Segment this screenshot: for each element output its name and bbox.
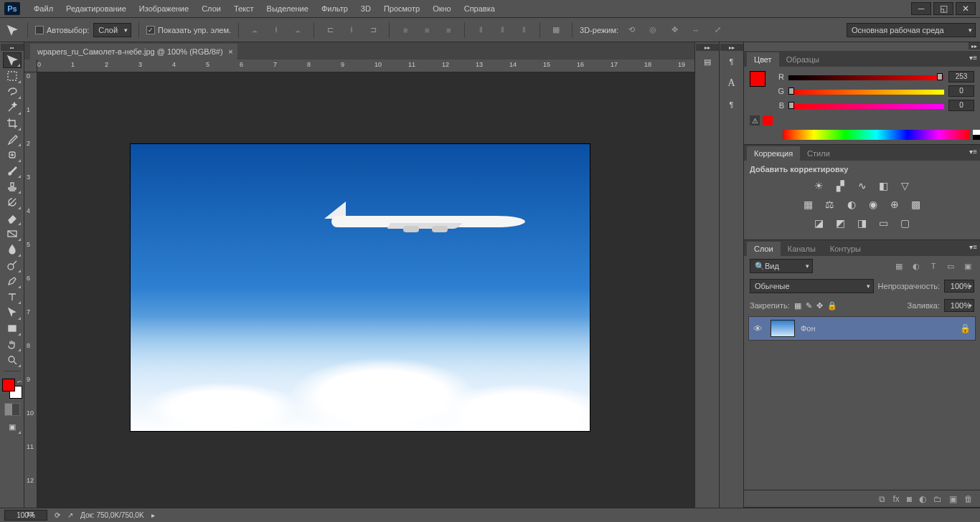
menu-edit[interactable]: Редактирование	[60, 0, 133, 18]
lock-pixels-icon[interactable]: ▦	[794, 301, 801, 310]
tool-stamp[interactable]	[3, 179, 22, 194]
tool-brush[interactable]	[3, 163, 22, 179]
b-slider[interactable]	[788, 102, 944, 109]
foreground-color-swatch[interactable]	[2, 379, 15, 392]
tool-text[interactable]	[3, 289, 22, 305]
layer-row[interactable]: 👁 Фон 🔒	[748, 316, 976, 341]
bw-icon[interactable]: ◐	[844, 198, 859, 211]
3d-slide-icon[interactable]: ↔	[687, 22, 705, 38]
g-slider[interactable]	[788, 87, 944, 95]
color-lookup-icon[interactable]: ▩	[909, 198, 923, 211]
gamut-swatch[interactable]	[763, 115, 773, 125]
align-hcenter-icon[interactable]: ⫲	[343, 22, 360, 38]
channel-mixer-icon[interactable]: ⊕	[887, 198, 902, 211]
3d-orbit-icon[interactable]: ⟲	[623, 22, 640, 38]
lock-icon[interactable]: 🔒	[960, 323, 971, 333]
filter-smart-icon[interactable]: ▣	[961, 260, 974, 272]
gamut-warning-icon[interactable]: ⚠	[750, 115, 760, 125]
tool-lasso[interactable]	[3, 84, 22, 100]
lock-all-icon[interactable]: 🔒	[827, 301, 837, 310]
gradient-map-icon[interactable]: ▭	[877, 217, 891, 229]
opacity-value[interactable]: 100%	[944, 280, 974, 293]
tool-wand[interactable]	[3, 100, 22, 115]
hue-sat-icon[interactable]: ▦	[801, 198, 816, 211]
tab-swatches[interactable]: Образцы	[779, 52, 826, 67]
window-restore-button[interactable]: ◱	[933, 2, 953, 15]
menu-window[interactable]: Окно	[426, 0, 458, 18]
panel-menu-icon[interactable]: ▾≡	[969, 243, 977, 251]
new-fill-icon[interactable]: ◐	[919, 494, 926, 504]
show-transform-checkbox[interactable]: ✓Показать упр. элем.	[146, 26, 231, 34]
vibrance-icon[interactable]: ▽	[898, 179, 913, 192]
menu-3d[interactable]: 3D	[354, 0, 377, 18]
color-balance-icon[interactable]: ⚖	[823, 198, 837, 211]
invert-icon[interactable]: ◪	[812, 217, 826, 229]
tool-pen[interactable]	[3, 273, 22, 289]
strip-expand[interactable]: ▸▸	[720, 44, 743, 51]
menu-select[interactable]: Выделение	[260, 0, 315, 18]
menu-view[interactable]: Просмотр	[377, 0, 426, 18]
filter-shape-icon[interactable]: ▭	[944, 260, 957, 272]
lock-position-icon[interactable]: ✥	[816, 301, 823, 310]
tool-gradient[interactable]	[3, 226, 22, 242]
filter-text-icon[interactable]: T	[927, 260, 940, 272]
align-vcenter-icon[interactable]: ⫲	[268, 22, 285, 38]
link-layers-icon[interactable]: ⧉	[879, 494, 885, 504]
menu-file[interactable]: Файл	[27, 0, 60, 18]
tab-color[interactable]: Цвет	[747, 52, 779, 67]
tab-adjustments[interactable]: Коррекция	[747, 146, 800, 161]
tab-channels[interactable]: Каналы	[781, 242, 823, 256]
color-swatches[interactable]: ⤺	[2, 379, 22, 399]
ruler-origin[interactable]	[24, 60, 37, 72]
tool-crop[interactable]	[3, 115, 22, 131]
blend-mode-select[interactable]: Обычные	[750, 279, 874, 293]
align-bottom-icon[interactable]: ⫠	[289, 22, 306, 38]
auto-select-checkbox[interactable]: Автовыбор:	[35, 26, 89, 34]
align-left-icon[interactable]: ⊏	[321, 22, 339, 38]
layer-mask-icon[interactable]: ◙	[907, 494, 912, 504]
delete-layer-icon[interactable]: 🗑	[964, 494, 973, 504]
exposure-icon[interactable]: ◧	[877, 179, 891, 192]
tool-marquee[interactable]	[3, 68, 22, 84]
history-panel-icon[interactable]: ▤	[698, 52, 717, 71]
3d-roll-icon[interactable]: ◎	[644, 22, 661, 38]
new-layer-icon[interactable]: ▣	[949, 494, 957, 504]
quick-mask-toggle[interactable]	[4, 403, 20, 416]
color-spectrum[interactable]	[783, 130, 970, 140]
character-panel-icon[interactable]: A	[722, 74, 741, 92]
canvas-viewport[interactable]	[37, 72, 694, 508]
dist-top-icon[interactable]: ≡	[397, 22, 414, 38]
menu-text[interactable]: Текст	[227, 0, 260, 18]
tab-paths[interactable]: Контуры	[823, 242, 868, 256]
tool-dodge[interactable]	[3, 257, 22, 273]
3d-pan-icon[interactable]: ✥	[666, 22, 683, 38]
g-value[interactable]: 0	[948, 85, 974, 97]
threshold-icon[interactable]: ◨	[855, 217, 870, 229]
photo-filter-icon[interactable]: ◉	[866, 198, 880, 211]
dist-hcenter-icon[interactable]: ⫴	[494, 22, 511, 38]
curves-icon[interactable]: ∿	[855, 179, 870, 192]
tool-eraser[interactable]	[3, 210, 22, 226]
brightness-icon[interactable]: ☀	[812, 179, 826, 192]
new-group-icon[interactable]: 🗀	[933, 494, 942, 504]
dist-left-icon[interactable]: ⫴	[472, 22, 489, 38]
fill-value[interactable]: 100%	[944, 299, 974, 312]
dist-vcenter-icon[interactable]: ≡	[418, 22, 435, 38]
tool-move[interactable]	[3, 52, 22, 68]
visibility-icon[interactable]: 👁	[753, 323, 765, 334]
zoom-field[interactable]: 100%	[4, 510, 47, 521]
panel-menu-icon[interactable]: ▾≡	[969, 54, 977, 62]
menu-help[interactable]: Справка	[458, 0, 501, 18]
workspace-switcher[interactable]: Основная рабочая среда	[847, 23, 976, 37]
tool-path-select[interactable]	[3, 305, 22, 321]
selective-color-icon[interactable]: ▢	[898, 217, 913, 229]
auto-align-icon[interactable]: ▦	[547, 22, 565, 38]
align-right-icon[interactable]: ⊐	[364, 22, 382, 38]
layer-thumbnail[interactable]	[771, 320, 795, 337]
levels-icon[interactable]: ▞	[834, 179, 848, 192]
ruler-horizontal[interactable]: 012345678910111213141516171819	[37, 60, 694, 72]
filter-adjust-icon[interactable]: ◐	[910, 260, 923, 272]
r-slider[interactable]	[788, 73, 944, 80]
dist-bottom-icon[interactable]: ≡	[440, 22, 457, 38]
mini-bridge-icon[interactable]: ⟳	[55, 511, 60, 519]
